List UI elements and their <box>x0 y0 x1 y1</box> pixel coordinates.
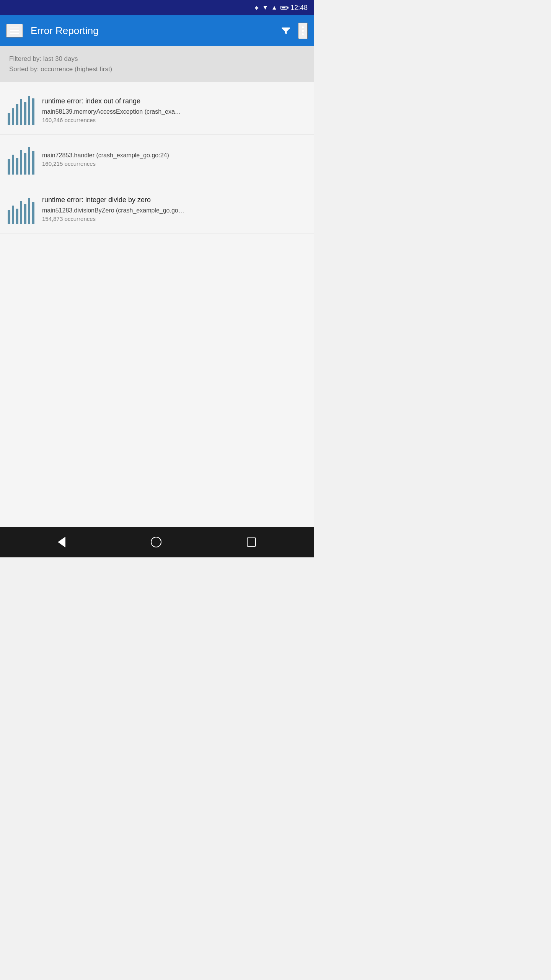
menu-button[interactable] <box>6 24 23 38</box>
home-button[interactable] <box>143 533 169 551</box>
error-item-1[interactable]: runtime error: index out of range main58… <box>0 85 314 135</box>
home-icon <box>151 537 161 547</box>
app-title: Error Reporting <box>31 25 269 37</box>
error-title-1: runtime error: index out of range <box>42 96 306 106</box>
error-occurrences-2: 160,215 occurrences <box>42 160 306 167</box>
error-chart-3 <box>8 193 34 224</box>
app-bar-actions <box>277 21 308 40</box>
error-detail-2: main72853.handler (crash_example_go.go:2… <box>42 152 306 159</box>
error-content-1: runtime error: index out of range main58… <box>42 96 306 123</box>
bluetooth-icon: ∗ <box>254 4 259 11</box>
error-content-2: main72853.handler (crash_example_go.go:2… <box>42 152 306 167</box>
error-content-3: runtime error: integer divide by zero ma… <box>42 195 306 222</box>
filter-icon <box>280 25 291 36</box>
bar <box>16 158 18 175</box>
recents-icon <box>247 537 256 547</box>
menu-icon <box>10 33 19 34</box>
error-occurrences-3: 154,873 occurrences <box>42 216 306 222</box>
bar <box>12 206 15 224</box>
error-title-3: runtime error: integer divide by zero <box>42 195 306 205</box>
bar <box>24 153 26 175</box>
menu-icon <box>10 30 19 31</box>
more-icon <box>302 30 304 32</box>
error-detail-1: main58139.memoryAccessException (crash_e… <box>42 108 306 115</box>
status-icons: ∗ ▼ ▲ 12:48 <box>254 4 308 12</box>
bar <box>28 198 31 224</box>
bar <box>32 151 34 175</box>
bar <box>8 210 10 224</box>
filter-line2: Sorted by: occurrence (highest first) <box>9 64 305 74</box>
bar <box>24 102 26 125</box>
error-item-3[interactable]: runtime error: integer divide by zero ma… <box>0 184 314 234</box>
wifi-icon: ▼ <box>262 4 268 11</box>
bar <box>20 99 23 125</box>
bar <box>28 96 31 125</box>
error-occurrences-1: 160,246 occurrences <box>42 117 306 123</box>
status-time: 12:48 <box>290 4 308 12</box>
bar <box>8 159 10 175</box>
bar <box>16 104 18 125</box>
error-list: runtime error: index out of range main58… <box>0 82 314 527</box>
bar <box>32 202 34 224</box>
filter-banner: Filtered by: last 30 days Sorted by: occ… <box>0 46 314 82</box>
more-icon <box>302 33 304 35</box>
error-chart-2 <box>8 144 34 175</box>
error-detail-3: main51283.divisionByZero (crash_example_… <box>42 207 306 214</box>
signal-icon: ▲ <box>271 4 277 11</box>
more-button[interactable] <box>298 23 308 39</box>
bar <box>32 98 34 125</box>
battery-icon <box>280 6 287 10</box>
bar <box>12 155 15 175</box>
bar <box>20 201 23 224</box>
menu-icon <box>10 28 19 28</box>
status-bar: ∗ ▼ ▲ 12:48 <box>0 0 314 15</box>
back-icon <box>58 537 65 547</box>
filter-button[interactable] <box>277 21 295 40</box>
filter-line1: Filtered by: last 30 days <box>9 54 305 64</box>
error-chart-1 <box>8 95 34 125</box>
back-button[interactable] <box>50 533 73 551</box>
bar <box>24 204 26 224</box>
more-icon <box>302 26 304 28</box>
bar <box>8 113 10 125</box>
bar <box>20 150 23 175</box>
bar <box>16 209 18 224</box>
app-bar: Error Reporting <box>0 15 314 46</box>
nav-bar <box>0 527 314 557</box>
recents-button[interactable] <box>239 534 264 550</box>
bar <box>28 147 31 175</box>
bar <box>12 108 15 125</box>
error-item-2[interactable]: main72853.handler (crash_example_go.go:2… <box>0 135 314 184</box>
